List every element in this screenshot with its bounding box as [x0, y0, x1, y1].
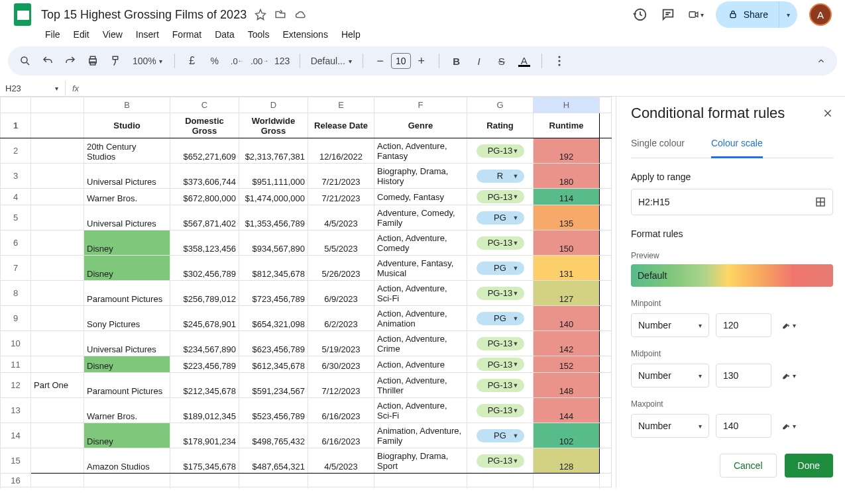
cell[interactable]	[31, 189, 84, 205]
rating-chip[interactable]: PG-13▼	[477, 144, 524, 158]
menu-edit[interactable]: Edit	[68, 26, 95, 42]
cell[interactable]: $2,313,767,381	[239, 138, 308, 164]
rating-chip[interactable]: PG-13▼	[477, 236, 524, 250]
cell[interactable]	[31, 256, 84, 281]
cell[interactable]: 4/5/2023	[308, 205, 374, 230]
cell[interactable]	[239, 474, 308, 487]
rating-chip[interactable]: PG▼	[477, 262, 524, 275]
col-header-B[interactable]: B	[84, 97, 170, 113]
cell[interactable]: $175,345,678	[170, 448, 239, 474]
row-header-7[interactable]: 7	[1, 256, 31, 281]
col-header-C[interactable]: C	[170, 97, 239, 113]
row-header-6[interactable]: 6	[1, 230, 31, 256]
cell[interactable]: $178,901,234	[170, 423, 239, 448]
cell[interactable]: 128	[534, 448, 600, 474]
menu-data[interactable]: Data	[209, 26, 240, 42]
collapse-toolbar-icon[interactable]	[812, 51, 830, 71]
cell[interactable]: $498,765,432	[239, 423, 308, 448]
rating-chip[interactable]: PG-13▼	[477, 454, 524, 468]
cell[interactable]: Universal Pictures	[84, 331, 170, 356]
cell[interactable]: Action, Adventure, Fantasy	[374, 138, 467, 164]
cell[interactable]	[239, 487, 308, 489]
cell[interactable]: 102	[534, 423, 600, 448]
cell[interactable]: $723,456,789	[239, 281, 308, 306]
cell[interactable]: Action, Adventure, Crime	[374, 331, 467, 356]
cell[interactable]: 5/5/2023	[308, 230, 374, 256]
cell[interactable]: $812,345,678	[239, 256, 308, 281]
cell[interactable]: Adventure, Comedy, Family	[374, 205, 467, 230]
rating-chip[interactable]: PG▼	[477, 429, 524, 442]
cell[interactable]: Part One	[31, 373, 84, 398]
cell[interactable]: Amazon Studios	[84, 448, 170, 474]
col-header-A[interactable]	[31, 97, 84, 113]
row-header-13[interactable]: 13	[1, 398, 31, 423]
cell[interactable]: Paramount Pictures	[84, 281, 170, 306]
toolbar-overflow-icon[interactable]	[550, 51, 569, 71]
cell[interactable]	[31, 423, 84, 448]
cell[interactable]: Biography, Drama, History	[374, 164, 467, 189]
midpoint-type-select[interactable]: Number▾	[631, 364, 709, 387]
tab-colour-scale[interactable]: Colour scale	[711, 131, 763, 158]
cell[interactable]: PG-13▼	[467, 281, 534, 306]
menu-extensions[interactable]: Extensions	[277, 26, 333, 42]
rating-chip[interactable]: PG-13▼	[477, 358, 524, 371]
cell[interactable]: Rating	[467, 113, 534, 138]
cell[interactable]	[467, 474, 534, 487]
cell[interactable]: R▼	[467, 164, 534, 189]
rating-chip[interactable]: PG-13▼	[477, 337, 524, 350]
cell[interactable]: $623,456,789	[239, 331, 308, 356]
cell[interactable]: 7/12/2023	[308, 373, 374, 398]
document-title[interactable]: Top 15 Highest Grossing Films of 2023	[41, 8, 247, 22]
percent-format-icon[interactable]: %	[205, 51, 224, 71]
cell[interactable]: Release Date	[308, 113, 374, 138]
cell[interactable]: Comedy, Fantasy	[374, 189, 467, 205]
minpoint-type-select[interactable]: Number▾	[631, 313, 709, 337]
cell[interactable]: $189,012,345	[170, 398, 239, 423]
rating-chip[interactable]: PG▼	[477, 312, 524, 325]
col-header-G[interactable]: G	[467, 97, 534, 113]
cell[interactable]: 5/26/2023	[308, 256, 374, 281]
cell[interactable]: Action, Adventure, Sci-Fi	[374, 281, 467, 306]
row-header-5[interactable]: 5	[1, 205, 31, 230]
cell[interactable]: PG-13▼	[467, 373, 534, 398]
cell[interactable]: Disney	[84, 356, 170, 373]
cell[interactable]: $591,234,567	[239, 373, 308, 398]
cell[interactable]	[31, 487, 84, 489]
bold-icon[interactable]: B	[447, 51, 466, 71]
maxpoint-color-picker[interactable]: ▾	[778, 421, 798, 431]
cell[interactable]	[31, 281, 84, 306]
cell[interactable]: 5/19/2023	[308, 331, 374, 356]
cell[interactable]: 4/5/2023	[308, 448, 374, 474]
cell[interactable]: PG-13▼	[467, 331, 534, 356]
minpoint-color-picker[interactable]: ▾	[778, 320, 798, 330]
cell[interactable]: $234,567,890	[170, 331, 239, 356]
cell[interactable]: $652,271,609	[170, 138, 239, 164]
cell[interactable]: Action, Adventure, Animation	[374, 306, 467, 331]
cell[interactable]	[467, 487, 534, 489]
cell[interactable]: $373,606,744	[170, 164, 239, 189]
row-header-9[interactable]: 9	[1, 306, 31, 331]
range-input[interactable]: H2:H15	[631, 189, 833, 215]
menu-insert[interactable]: Insert	[131, 26, 164, 42]
undo-icon[interactable]	[38, 51, 57, 71]
search-menus-icon[interactable]	[16, 51, 34, 71]
cell[interactable]: Universal Pictures	[84, 205, 170, 230]
cell[interactable]	[31, 205, 84, 230]
text-color-icon[interactable]: A	[515, 51, 534, 71]
midpoint-value-input[interactable]: 130	[716, 364, 771, 387]
increase-decimal-icon[interactable]: .00→	[251, 51, 269, 71]
cell[interactable]: Universal Pictures	[84, 164, 170, 189]
rating-chip[interactable]: PG-13▼	[477, 287, 524, 300]
cell[interactable]: $1,474,000,000	[239, 189, 308, 205]
cell[interactable]	[31, 474, 84, 487]
cell[interactable]: $934,567,890	[239, 230, 308, 256]
paint-format-icon[interactable]	[106, 51, 125, 71]
cell[interactable]: Domestic Gross	[170, 113, 239, 138]
cell[interactable]: $212,345,678	[170, 373, 239, 398]
more-formats-icon[interactable]: 123	[273, 51, 292, 71]
cell[interactable]: 142	[534, 331, 600, 356]
font-select[interactable]: Defaul...▾	[308, 51, 355, 71]
cell[interactable]	[308, 487, 374, 489]
cell[interactable]: 7/21/2023	[308, 189, 374, 205]
row-header-10[interactable]: 10	[1, 331, 31, 356]
